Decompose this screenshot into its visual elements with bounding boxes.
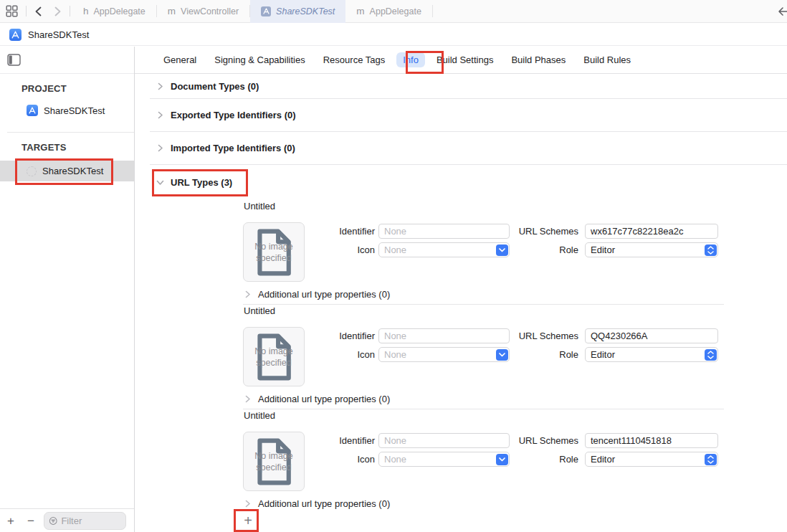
document-tab-appdelegate-m[interactable]: m AppDelegate (345, 0, 432, 23)
identifier-label: Identifier (307, 226, 375, 237)
editor-area: General Signing & Capabilities Resource … (135, 47, 787, 532)
stepper-icon (705, 454, 717, 465)
hide-sidebar-icon[interactable] (4, 54, 24, 66)
tab-build-settings[interactable]: Build Settings (437, 54, 494, 65)
identifier-label: Identifier (307, 435, 375, 446)
identifier-label: Identifier (307, 331, 375, 341)
url-schemes-label: URL Schemes (490, 331, 578, 341)
no-image-label: No image specified (251, 450, 297, 473)
icon-dropdown-value: None (384, 244, 406, 255)
add-target-button[interactable]: + (4, 515, 18, 527)
role-dropdown-value: Editor (591, 349, 615, 360)
tab-bar: h AppDelegate m ViewController ShareSDKT… (0, 0, 787, 23)
sidebar-filter-bar: + − (0, 508, 134, 532)
chevron-right-icon (156, 144, 164, 152)
remove-target-button[interactable]: − (24, 515, 38, 527)
role-dropdown[interactable]: Editor (585, 452, 718, 467)
tab-separator (432, 5, 433, 17)
xcode-window: h AppDelegate m ViewController ShareSDKT… (0, 0, 787, 532)
icon-label: Icon (307, 454, 375, 465)
additional-properties-row[interactable]: Additional url type properties (0) (244, 289, 390, 300)
tab-info-selected[interactable]: Info (396, 52, 425, 67)
document-tab-label: ViewController (181, 6, 239, 16)
image-well[interactable]: No image specified (243, 432, 305, 491)
chevron-right-icon (156, 111, 164, 119)
document-tab-label: ShareSDKTest (276, 6, 335, 16)
implementation-file-icon: m (356, 6, 364, 16)
project-app-icon (27, 105, 38, 116)
document-tab-sharesdktest-active[interactable]: ShareSDKTest (250, 0, 345, 23)
section-title: URL Types (3) (171, 177, 232, 188)
additional-properties-row[interactable]: Additional url type properties (0) (244, 394, 390, 404)
url-type-name: Untitled (244, 410, 275, 421)
section-imported-type-identifiers[interactable]: Imported Type Identifiers (0) (150, 132, 787, 165)
add-url-type-button[interactable]: + (237, 510, 259, 531)
no-image-label: No image specified (251, 346, 297, 369)
chevron-down-icon (156, 179, 164, 186)
url-type-name: Untitled (244, 201, 275, 212)
role-label: Role (490, 349, 578, 360)
sidebar-header (0, 47, 134, 74)
tab-build-rules[interactable]: Build Rules (583, 54, 631, 65)
project-settings-sidebar: PROJECT ShareSDKTest TARGETS ShareSDKTes… (0, 47, 135, 532)
icon-label: Icon (307, 244, 375, 255)
icon-dropdown-value: None (384, 454, 406, 465)
stepper-icon (705, 349, 717, 361)
project-item-label: ShareSDKTest (44, 105, 105, 116)
targets-section-header: TARGETS (22, 142, 134, 153)
tab-general[interactable]: General (163, 54, 196, 65)
icon-dropdown-value: None (384, 349, 406, 360)
back-button[interactable] (29, 6, 48, 16)
sidebar-item-target-selected[interactable]: ShareSDKTest (0, 161, 134, 181)
url-type-name: Untitled (244, 305, 275, 316)
section-document-types[interactable]: Document Types (0) (150, 75, 787, 99)
additional-properties-label: Additional url type properties (0) (258, 394, 390, 404)
tab-build-phases[interactable]: Build Phases (511, 54, 566, 65)
image-well[interactable]: No image specified (243, 222, 305, 282)
role-dropdown[interactable]: Editor (585, 347, 718, 362)
role-dropdown-value: Editor (591, 454, 615, 465)
role-label: Role (490, 454, 578, 465)
breadcrumb: ShareSDKTest (0, 24, 787, 46)
url-type-entry: Untitled No image specified Identifier I… (135, 409, 787, 514)
url-schemes-input[interactable] (585, 433, 718, 448)
url-schemes-label: URL Schemes (490, 435, 578, 446)
section-title: Imported Type Identifiers (0) (171, 143, 295, 153)
forward-button[interactable] (48, 6, 67, 16)
related-items-arrow-icon[interactable] (778, 6, 787, 17)
filter-icon (49, 516, 57, 526)
role-dropdown[interactable]: Editor (585, 242, 718, 257)
filter-field[interactable] (44, 512, 126, 530)
tab-signing-capabilities[interactable]: Signing & Capabilities (214, 54, 305, 65)
project-app-icon (9, 29, 22, 41)
project-editor-tabs: General Signing & Capabilities Resource … (135, 47, 787, 74)
implementation-file-icon: m (168, 6, 176, 16)
tab-resource-tags[interactable]: Resource Tags (323, 54, 385, 65)
filter-input[interactable] (61, 516, 121, 526)
icon-label: Icon (307, 349, 375, 360)
section-url-types[interactable]: URL Types (3) (150, 165, 787, 200)
url-schemes-input[interactable] (585, 224, 718, 239)
sidebar-item-project[interactable]: ShareSDKTest (0, 100, 134, 121)
stepper-icon (705, 244, 717, 256)
role-label: Role (490, 244, 578, 255)
document-tab-label: AppDelegate (370, 6, 421, 16)
tab-overview-icon[interactable] (0, 5, 24, 17)
chevron-right-icon (244, 290, 252, 298)
project-app-icon (261, 6, 271, 16)
breadcrumb-project-title[interactable]: ShareSDKTest (28, 29, 89, 40)
url-type-entry: Untitled No image specified Identifier I… (135, 200, 787, 305)
additional-properties-row[interactable]: Additional url type properties (0) (244, 498, 390, 509)
image-well[interactable]: No image specified (243, 327, 305, 386)
section-exported-type-identifiers[interactable]: Exported Type Identifiers (0) (150, 99, 787, 132)
document-tab-viewcontroller[interactable]: m ViewController (157, 0, 249, 23)
toolbar-separator (26, 6, 27, 16)
document-tab-appdelegate-h[interactable]: h AppDelegate (72, 0, 156, 23)
section-title: Exported Type Identifiers (0) (171, 110, 296, 120)
toolbar-separator (70, 6, 70, 16)
info-pane: Document Types (0) Exported Type Identif… (135, 75, 787, 532)
project-section-header: PROJECT (22, 83, 134, 94)
additional-properties-label: Additional url type properties (0) (258, 289, 390, 300)
role-dropdown-value: Editor (591, 244, 615, 255)
url-schemes-input[interactable] (585, 328, 718, 343)
